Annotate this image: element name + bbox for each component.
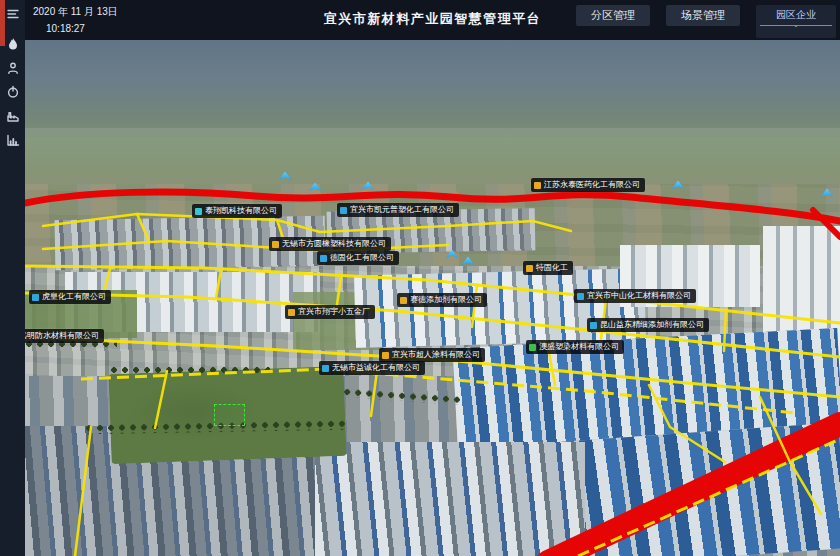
building-label[interactable]: 无锡市方圆橡塑科技有限公司	[269, 237, 391, 251]
factory-button[interactable]	[0, 104, 25, 128]
top-bar: 2020 年 11 月 13日 10:18:27 宜兴市新材料产业园智慧管理平台…	[25, 0, 840, 40]
building-label[interactable]: 虎皇化工有限公司	[29, 290, 111, 304]
building-marker-icon	[400, 297, 407, 304]
park-enterprise-dropdown[interactable]: 园区企业 ˇ	[756, 5, 836, 38]
sidebar	[0, 0, 25, 556]
building-label-text: 宜兴市中山化工材料有限公司	[587, 292, 691, 300]
building-marker-icon	[526, 265, 533, 272]
map-3d-view[interactable]: 泰翔凯科技有限公司宜兴市凯元普塑化工有限公司无锡市方圆橡塑科技有限公司德固化工有…	[25, 40, 840, 556]
building-label-text: 泰翔凯科技有限公司	[205, 207, 277, 215]
building-marker-icon	[382, 352, 389, 359]
building-label-text: 宜兴市翔宇小五金厂	[298, 308, 370, 316]
park-enterprise-dropdown-label: 园区企业	[760, 7, 832, 26]
person-icon	[6, 61, 20, 75]
building-label[interactable]: 昆山益东精细添加剂有限公司	[587, 318, 709, 332]
building-marker-icon	[340, 207, 347, 214]
building-label[interactable]: 宜兴市超人涂料有限公司	[379, 348, 485, 362]
building-label[interactable]: 德固化工有限公司	[317, 251, 399, 265]
building-marker-icon	[577, 293, 584, 300]
building-label-text: 宜兴市远明防水材料有限公司	[25, 332, 99, 340]
power-button[interactable]	[0, 80, 25, 104]
app-window: 2020 年 11 月 13日 10:18:27 宜兴市新材料产业园智慧管理平台…	[0, 0, 840, 556]
yellow-dashed-road	[81, 369, 840, 556]
statistics-button[interactable]	[0, 128, 25, 152]
scene-management-button[interactable]: 场景管理	[666, 5, 740, 26]
building-marker-icon	[534, 182, 541, 189]
building-label-text: 江苏永泰医药化工有限公司	[544, 181, 640, 189]
zone-management-button[interactable]: 分区管理	[576, 5, 650, 26]
header-actions: 分区管理 场景管理 园区企业 ˇ	[576, 5, 836, 38]
menu-icon	[6, 7, 20, 21]
power-icon	[6, 85, 20, 99]
building-label[interactable]: 宜兴市远明防水材料有限公司	[25, 329, 104, 343]
building-marker-icon	[590, 322, 597, 329]
building-marker-icon	[320, 255, 327, 262]
chevron-down-icon: ˇ	[794, 26, 797, 38]
building-marker-icon	[322, 365, 329, 372]
building-label-text: 德固化工有限公司	[330, 254, 394, 262]
selection-box	[214, 404, 245, 426]
factory-icon	[6, 109, 20, 123]
personnel-button[interactable]	[0, 56, 25, 80]
building-label[interactable]: 泰翔凯科技有限公司	[192, 204, 282, 218]
building-label[interactable]: 宜兴市中山化工材料有限公司	[574, 289, 696, 303]
building-marker-icon	[529, 344, 536, 351]
yellow-road	[25, 214, 840, 556]
building-label[interactable]: 无锡市益诚化工有限公司	[319, 361, 425, 375]
building-marker-icon	[32, 294, 39, 301]
building-label[interactable]: 特固化工	[523, 261, 573, 275]
building-label-text: 宜兴市凯元普塑化工有限公司	[350, 206, 454, 214]
building-marker-icon	[195, 208, 202, 215]
bar-chart-icon	[6, 133, 20, 147]
flame-icon	[6, 37, 20, 51]
building-marker-icon	[288, 309, 295, 316]
building-label-text: 赛德添加剂有限公司	[410, 296, 482, 304]
building-label[interactable]: 宜兴市翔宇小五金厂	[285, 305, 375, 319]
building-label[interactable]: 宜兴市凯元普塑化工有限公司	[337, 203, 459, 217]
alarm-button[interactable]	[0, 32, 25, 56]
menu-button[interactable]	[0, 2, 25, 26]
building-label-text: 昆山益东精细添加剂有限公司	[600, 321, 704, 329]
building-label-text: 宜兴市超人涂料有限公司	[392, 351, 480, 359]
building-label[interactable]: 赛德添加剂有限公司	[397, 293, 487, 307]
building-label-text: 无锡市方圆橡塑科技有限公司	[282, 240, 386, 248]
building-label-text: 无锡市益诚化工有限公司	[332, 364, 420, 372]
building-label-text: 特固化工	[536, 264, 568, 272]
building-label-text: 虎皇化工有限公司	[42, 293, 106, 301]
building-label[interactable]: 澳盛塑染材料有限公司	[526, 340, 624, 354]
building-marker-icon	[272, 241, 279, 248]
building-label-text: 澳盛塑染材料有限公司	[539, 343, 619, 351]
building-label[interactable]: 江苏永泰医药化工有限公司	[531, 178, 645, 192]
